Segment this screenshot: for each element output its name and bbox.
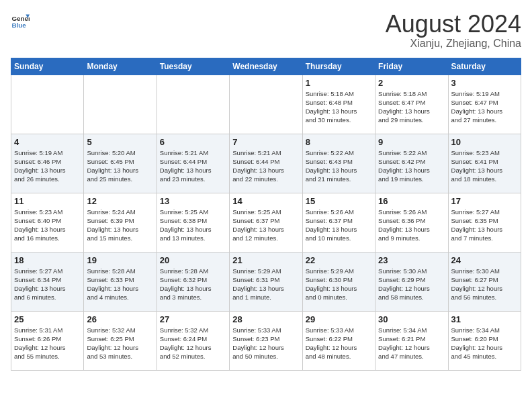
- column-header-wednesday: Wednesday: [230, 58, 302, 75]
- column-header-saturday: Saturday: [448, 58, 521, 75]
- calendar-cell: [84, 75, 157, 134]
- day-number: 27: [160, 314, 226, 324]
- calendar-cell: 17Sunrise: 5:27 AM Sunset: 6:35 PM Dayli…: [448, 193, 521, 252]
- day-info: Sunrise: 5:24 AM Sunset: 6:39 PM Dayligh…: [87, 208, 153, 243]
- calendar-cell: 23Sunrise: 5:30 AM Sunset: 6:29 PM Dayli…: [375, 252, 448, 311]
- day-info: Sunrise: 5:26 AM Sunset: 6:37 PM Dayligh…: [306, 208, 372, 243]
- calendar-cell: 24Sunrise: 5:30 AM Sunset: 6:27 PM Dayli…: [448, 252, 521, 311]
- logo: General Blue: [11, 11, 30, 30]
- calendar-cell: 7Sunrise: 5:21 AM Sunset: 6:44 PM Daylig…: [230, 134, 302, 193]
- day-number: 31: [451, 314, 518, 324]
- day-number: 15: [306, 196, 372, 206]
- day-info: Sunrise: 5:19 AM Sunset: 6:46 PM Dayligh…: [14, 148, 81, 184]
- day-number: 11: [14, 196, 81, 206]
- day-number: 6: [160, 137, 226, 147]
- day-info: Sunrise: 5:23 AM Sunset: 6:41 PM Dayligh…: [451, 148, 518, 184]
- day-number: 24: [451, 255, 518, 265]
- day-info: Sunrise: 5:29 AM Sunset: 6:30 PM Dayligh…: [306, 267, 372, 302]
- month-year-title: August 2024: [386, 11, 521, 38]
- day-number: 19: [87, 255, 153, 265]
- calendar-cell: 8Sunrise: 5:22 AM Sunset: 6:43 PM Daylig…: [302, 134, 375, 193]
- svg-text:Blue: Blue: [11, 21, 26, 29]
- day-number: 2: [378, 78, 445, 88]
- day-info: Sunrise: 5:25 AM Sunset: 6:38 PM Dayligh…: [160, 208, 226, 243]
- page-header: General Blue August 2024 Xianju, Zhejian…: [11, 11, 521, 50]
- day-number: 21: [232, 255, 299, 265]
- day-info: Sunrise: 5:27 AM Sunset: 6:35 PM Dayligh…: [451, 208, 518, 243]
- day-number: 26: [87, 314, 153, 324]
- day-number: 1: [306, 78, 372, 88]
- day-number: 3: [451, 78, 518, 88]
- calendar-cell: [11, 75, 84, 134]
- day-number: 4: [14, 137, 81, 147]
- calendar-cell: 19Sunrise: 5:28 AM Sunset: 6:33 PM Dayli…: [84, 252, 157, 311]
- day-info: Sunrise: 5:25 AM Sunset: 6:37 PM Dayligh…: [232, 208, 299, 243]
- day-info: Sunrise: 5:34 AM Sunset: 6:20 PM Dayligh…: [451, 326, 518, 361]
- day-info: Sunrise: 5:29 AM Sunset: 6:31 PM Dayligh…: [232, 267, 299, 302]
- calendar-cell: 26Sunrise: 5:32 AM Sunset: 6:25 PM Dayli…: [84, 311, 157, 370]
- day-info: Sunrise: 5:20 AM Sunset: 6:45 PM Dayligh…: [87, 148, 153, 184]
- calendar-cell: 14Sunrise: 5:25 AM Sunset: 6:37 PM Dayli…: [230, 193, 302, 252]
- day-info: Sunrise: 5:18 AM Sunset: 6:48 PM Dayligh…: [306, 89, 372, 125]
- day-info: Sunrise: 5:26 AM Sunset: 6:36 PM Dayligh…: [378, 208, 445, 243]
- day-info: Sunrise: 5:28 AM Sunset: 6:33 PM Dayligh…: [87, 267, 153, 302]
- calendar-cell: 16Sunrise: 5:26 AM Sunset: 6:36 PM Dayli…: [375, 193, 448, 252]
- day-info: Sunrise: 5:28 AM Sunset: 6:32 PM Dayligh…: [160, 267, 226, 302]
- day-info: Sunrise: 5:32 AM Sunset: 6:24 PM Dayligh…: [160, 326, 226, 361]
- day-number: 25: [14, 314, 81, 324]
- calendar-week-row: 1Sunrise: 5:18 AM Sunset: 6:48 PM Daylig…: [11, 75, 521, 134]
- calendar-cell: 21Sunrise: 5:29 AM Sunset: 6:31 PM Dayli…: [230, 252, 302, 311]
- calendar-cell: 27Sunrise: 5:32 AM Sunset: 6:24 PM Dayli…: [157, 311, 229, 370]
- calendar-cell: 20Sunrise: 5:28 AM Sunset: 6:32 PM Dayli…: [157, 252, 229, 311]
- column-header-monday: Monday: [84, 58, 157, 75]
- day-info: Sunrise: 5:22 AM Sunset: 6:43 PM Dayligh…: [306, 148, 372, 184]
- column-header-sunday: Sunday: [11, 58, 84, 75]
- column-header-thursday: Thursday: [302, 58, 375, 75]
- calendar-cell: 10Sunrise: 5:23 AM Sunset: 6:41 PM Dayli…: [448, 134, 521, 193]
- calendar-cell: 25Sunrise: 5:31 AM Sunset: 6:26 PM Dayli…: [11, 311, 84, 370]
- day-number: 30: [378, 314, 445, 324]
- day-info: Sunrise: 5:23 AM Sunset: 6:40 PM Dayligh…: [14, 208, 81, 243]
- title-block: August 2024 Xianju, Zhejiang, China: [386, 11, 521, 50]
- calendar-cell: 5Sunrise: 5:20 AM Sunset: 6:45 PM Daylig…: [84, 134, 157, 193]
- calendar-cell: [157, 75, 229, 134]
- day-info: Sunrise: 5:21 AM Sunset: 6:44 PM Dayligh…: [160, 148, 226, 184]
- day-number: 9: [378, 137, 445, 147]
- calendar-week-row: 4Sunrise: 5:19 AM Sunset: 6:46 PM Daylig…: [11, 134, 521, 193]
- day-number: 10: [451, 137, 518, 147]
- day-number: 7: [232, 137, 299, 147]
- calendar-table: SundayMondayTuesdayWednesdayThursdayFrid…: [11, 58, 521, 371]
- calendar-cell: 1Sunrise: 5:18 AM Sunset: 6:48 PM Daylig…: [302, 75, 375, 134]
- day-info: Sunrise: 5:22 AM Sunset: 6:42 PM Dayligh…: [378, 148, 445, 184]
- calendar-week-row: 11Sunrise: 5:23 AM Sunset: 6:40 PM Dayli…: [11, 193, 521, 252]
- calendar-cell: 30Sunrise: 5:34 AM Sunset: 6:21 PM Dayli…: [375, 311, 448, 370]
- calendar-cell: 31Sunrise: 5:34 AM Sunset: 6:20 PM Dayli…: [448, 311, 521, 370]
- calendar-week-row: 18Sunrise: 5:27 AM Sunset: 6:34 PM Dayli…: [11, 252, 521, 311]
- calendar-cell: 3Sunrise: 5:19 AM Sunset: 6:47 PM Daylig…: [448, 75, 521, 134]
- calendar-cell: 13Sunrise: 5:25 AM Sunset: 6:38 PM Dayli…: [157, 193, 229, 252]
- day-number: 20: [160, 255, 226, 265]
- calendar-cell: 2Sunrise: 5:18 AM Sunset: 6:47 PM Daylig…: [375, 75, 448, 134]
- day-info: Sunrise: 5:32 AM Sunset: 6:25 PM Dayligh…: [87, 326, 153, 361]
- day-number: 5: [87, 137, 153, 147]
- day-info: Sunrise: 5:30 AM Sunset: 6:29 PM Dayligh…: [378, 267, 445, 302]
- day-info: Sunrise: 5:34 AM Sunset: 6:21 PM Dayligh…: [378, 326, 445, 361]
- day-number: 22: [306, 255, 372, 265]
- calendar-cell: 29Sunrise: 5:33 AM Sunset: 6:22 PM Dayli…: [302, 311, 375, 370]
- column-header-tuesday: Tuesday: [157, 58, 229, 75]
- column-header-friday: Friday: [375, 58, 448, 75]
- day-number: 14: [232, 196, 299, 206]
- day-info: Sunrise: 5:31 AM Sunset: 6:26 PM Dayligh…: [14, 326, 81, 361]
- day-info: Sunrise: 5:18 AM Sunset: 6:47 PM Dayligh…: [378, 89, 445, 125]
- calendar-header-row: SundayMondayTuesdayWednesdayThursdayFrid…: [11, 58, 521, 75]
- location-subtitle: Xianju, Zhejiang, China: [386, 38, 521, 50]
- day-number: 12: [87, 196, 153, 206]
- logo-icon: General Blue: [11, 11, 30, 30]
- calendar-cell: 22Sunrise: 5:29 AM Sunset: 6:30 PM Dayli…: [302, 252, 375, 311]
- day-number: 28: [232, 314, 299, 324]
- day-number: 17: [451, 196, 518, 206]
- calendar-cell: 28Sunrise: 5:33 AM Sunset: 6:23 PM Dayli…: [230, 311, 302, 370]
- calendar-cell: 4Sunrise: 5:19 AM Sunset: 6:46 PM Daylig…: [11, 134, 84, 193]
- day-number: 13: [160, 196, 226, 206]
- day-info: Sunrise: 5:21 AM Sunset: 6:44 PM Dayligh…: [232, 148, 299, 184]
